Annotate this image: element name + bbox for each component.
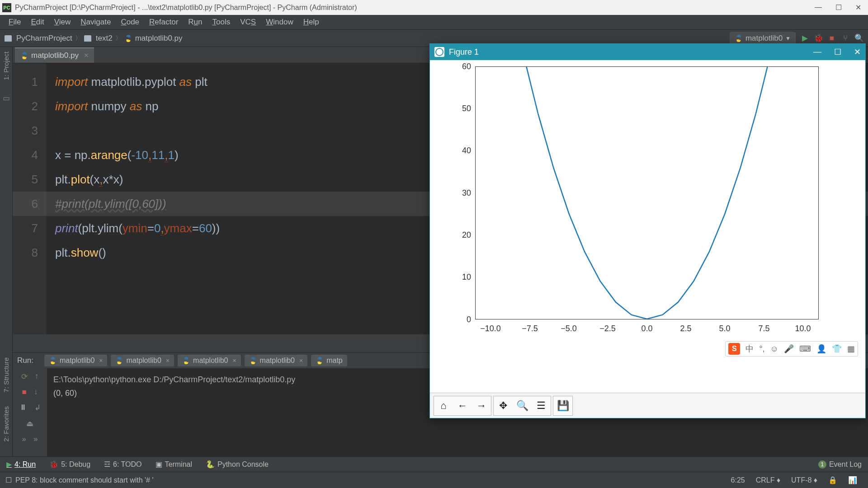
more-icon[interactable]: » [22, 435, 26, 444]
home-button[interactable]: ⌂ [434, 396, 453, 415]
run-tab[interactable]: matplotlib0× [178, 355, 241, 366]
exit-button[interactable]: ⏏ [26, 419, 33, 428]
ime-keyboard-icon[interactable]: ⌨ [799, 344, 811, 354]
file-encoding[interactable]: UTF-8 ♦ [786, 476, 823, 484]
run-tab[interactable]: matp [311, 355, 347, 366]
sogou-icon[interactable]: S [728, 343, 740, 355]
ime-grid-icon[interactable]: ▦ [847, 344, 855, 354]
configure-button[interactable]: ☰ [532, 396, 551, 415]
x-tick-label: −7.5 [522, 324, 538, 333]
soft-wrap-icon[interactable]: ↲ [34, 403, 41, 413]
close-icon[interactable]: × [99, 357, 103, 364]
menu-view[interactable]: View [49, 18, 76, 27]
menu-help[interactable]: Help [298, 18, 324, 27]
bug-icon: 🐞 [49, 460, 58, 469]
ime-lang-toggle[interactable]: 中 [745, 343, 754, 354]
ime-emoji-icon[interactable]: ☺ [770, 344, 778, 354]
status-message: PEP 8: block comment should start with '… [15, 476, 726, 484]
pycharm-icon: PC [2, 3, 11, 12]
python-file-icon [115, 357, 123, 365]
tool-run[interactable]: ▶4: Run [6, 460, 36, 469]
scroll-down-icon[interactable]: ↓ [34, 388, 38, 397]
menu-run[interactable]: Run [183, 18, 207, 27]
menu-file[interactable]: File [4, 18, 26, 27]
ime-skin-icon[interactable]: 👕 [832, 344, 842, 354]
run-tab[interactable]: matplotlib0× [44, 355, 108, 366]
run-config-selector[interactable]: matplotlib0 ▼ [730, 32, 796, 45]
breadcrumb-file[interactable]: matplotlib0.py [135, 34, 183, 43]
stop-button[interactable]: ■ [22, 388, 27, 397]
tab-close-icon[interactable]: × [84, 51, 89, 60]
ime-mic-icon[interactable]: 🎤 [784, 344, 794, 354]
menu-edit[interactable]: Edit [26, 18, 49, 27]
x-tick-label: 5.0 [719, 324, 730, 333]
rerun-button[interactable]: ⟳ [21, 372, 28, 381]
menu-vcs[interactable]: VCS [235, 18, 261, 27]
editor-tab[interactable]: matplotlib0.py × [15, 47, 94, 63]
breadcrumb-folder[interactable]: text2 [96, 34, 113, 43]
menu-code[interactable]: Code [116, 18, 144, 27]
folder-icon: ▭ [3, 94, 10, 103]
back-button[interactable]: ← [453, 396, 472, 415]
window-close-icon[interactable]: ✕ [855, 3, 861, 12]
caret-position[interactable]: 6:25 [726, 476, 750, 484]
menu-refactor[interactable]: Refactor [144, 18, 183, 27]
figure-titlebar[interactable]: Figure 1 — ☐ ✕ [430, 44, 865, 60]
tool-python-console[interactable]: 🐍Python Console [206, 460, 269, 469]
line-separator[interactable]: CRLF ♦ [750, 476, 786, 484]
ime-person-icon[interactable]: 👤 [816, 344, 826, 354]
status-bar: ☐ PEP 8: block comment should start with… [0, 472, 868, 488]
python-file-icon [49, 357, 57, 365]
list-icon: ☲ [104, 460, 110, 469]
save-figure-button[interactable]: 💾 [553, 396, 572, 415]
run-tab[interactable]: matplotlib0× [111, 355, 174, 366]
ime-punct-icon[interactable]: °, [759, 344, 764, 354]
window-maximize-icon[interactable]: ☐ [835, 3, 842, 12]
git-button[interactable]: ⑂ [841, 34, 850, 43]
lock-icon[interactable]: 🔒 [823, 476, 843, 484]
tool-todo[interactable]: ☲6: TODO [104, 460, 142, 469]
search-everywhere-button[interactable]: 🔍 [854, 34, 863, 43]
chevron-right-icon: 〉 [75, 34, 81, 42]
tool-terminal[interactable]: ▣Terminal [156, 460, 192, 469]
window-minimize-icon[interactable]: — [815, 3, 822, 12]
y-tick-label: 50 [444, 104, 471, 113]
x-tick-label: 10.0 [795, 324, 811, 333]
chevron-down-icon: ▼ [785, 35, 791, 42]
tool-event-log[interactable]: 1Event Log [818, 460, 862, 469]
window-close-icon[interactable]: ✕ [854, 47, 861, 57]
window-minimize-icon[interactable]: — [813, 47, 821, 57]
more-icon[interactable]: » [33, 435, 38, 444]
pan-button[interactable]: ✥ [494, 396, 513, 415]
scroll-up-icon[interactable]: ↑ [35, 372, 39, 381]
stop-button[interactable]: ■ [827, 34, 836, 43]
debug-button[interactable]: 🐞 [814, 34, 823, 43]
memory-icon[interactable]: 📊 [843, 476, 863, 484]
pause-button[interactable]: ⏸ [19, 403, 27, 413]
tool-structure[interactable]: 7: Structure [2, 357, 10, 393]
run-label: Run: [17, 356, 33, 365]
y-tick-label: 40 [444, 146, 471, 155]
figure-canvas: 60 50 40 30 20 10 0 −10.0 −7.5 −5.0 −2.5… [430, 60, 865, 393]
tool-debug[interactable]: 🐞5: Debug [49, 460, 90, 469]
forward-button[interactable]: → [472, 396, 491, 415]
ime-toolbar[interactable]: S 中 °, ☺ 🎤 ⌨ 👤 👕 ▦ [725, 341, 858, 357]
tool-project[interactable]: 1: Project [2, 52, 10, 80]
x-tick-label: −5.0 [561, 324, 577, 333]
x-tick-label: −2.5 [599, 324, 616, 333]
python-file-icon [182, 357, 190, 365]
breadcrumb-project[interactable]: PyCharmProject [16, 34, 72, 43]
window-maximize-icon[interactable]: ☐ [834, 47, 841, 57]
python-file-icon [316, 357, 324, 365]
close-icon[interactable]: × [166, 357, 170, 364]
run-button[interactable]: ▶ [800, 34, 809, 43]
figure-window[interactable]: Figure 1 — ☐ ✕ 60 50 40 30 20 10 0 −10.0… [429, 43, 866, 418]
close-icon[interactable]: × [232, 357, 236, 364]
tool-favorites[interactable]: 2: Favorites [2, 406, 10, 441]
zoom-button[interactable]: 🔍 [513, 396, 532, 415]
menu-window[interactable]: Window [261, 18, 298, 27]
menu-navigate[interactable]: Navigate [75, 18, 116, 27]
menu-tools[interactable]: Tools [208, 18, 236, 27]
close-icon[interactable]: × [299, 357, 303, 364]
run-tab[interactable]: matplotlib0× [245, 355, 308, 366]
